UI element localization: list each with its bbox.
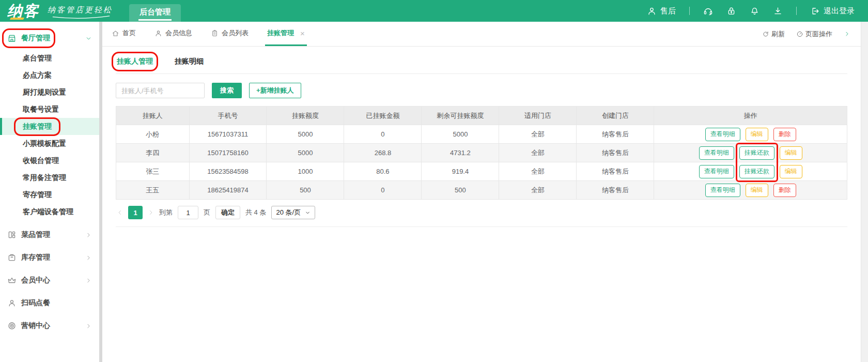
- page-actions-button[interactable]: 页面操作: [796, 29, 832, 39]
- sidebar-item-寄存管理[interactable]: 寄存管理: [0, 186, 99, 203]
- actions-cell: 查看明细挂账还款编辑: [654, 162, 847, 181]
- sidebar-group-扫码点餐[interactable]: 扫码点餐: [0, 292, 99, 314]
- page-scrollbar[interactable]: [861, 22, 868, 362]
- goto-label: 到第: [159, 208, 173, 217]
- bell-icon[interactable]: [750, 6, 760, 16]
- page-panel: 挂账人管理挂账明细 搜索 +新增挂账人 挂账人手机号挂账额度已挂账金额剩余可挂账…: [102, 47, 861, 362]
- sidebar-item-label: 挂账管理: [19, 122, 56, 131]
- column-header: 创建门店: [577, 107, 654, 125]
- brand-tagline: 纳客管店更轻松: [48, 5, 115, 19]
- table-cell: 15623584598: [189, 162, 267, 181]
- sidebar-group-label: 营销中心: [21, 321, 50, 330]
- member-icon: [7, 276, 17, 285]
- top-header: 纳客 纳客管店更轻松 后台管理 售后 退出登录: [0, 0, 868, 22]
- page-size-select[interactable]: 20 条/页: [271, 206, 315, 219]
- sidebar-item-必点方案[interactable]: 必点方案: [0, 67, 99, 84]
- next-page-icon[interactable]: [148, 209, 154, 216]
- action-button-查看明细[interactable]: 查看明细: [699, 146, 734, 160]
- sidebar-group-label: 会员中心: [21, 276, 50, 285]
- sidebar-item-常用备注管理[interactable]: 常用备注管理: [0, 169, 99, 186]
- action-button-挂账还款[interactable]: 挂账还款: [739, 146, 774, 160]
- search-input[interactable]: [116, 83, 205, 98]
- actions-cell: 查看明细编辑删除: [654, 125, 847, 144]
- table-cell: 0: [344, 181, 422, 200]
- pagination: 1 到第 页 确定 共 4 条 20 条/页: [116, 200, 847, 227]
- table-cell: 5000: [267, 125, 344, 144]
- sidebar-group-餐厅管理[interactable]: 餐厅管理: [0, 27, 99, 50]
- download-icon[interactable]: [773, 6, 783, 16]
- expand-right-icon[interactable]: [844, 31, 850, 37]
- sidebar-group-营销中心[interactable]: 营销中心: [0, 314, 99, 337]
- table-row: 小粉15671037311500005000全部纳客售后查看明细编辑删除: [116, 125, 847, 144]
- close-tab-icon[interactable]: ×: [300, 29, 305, 38]
- action-button-删除[interactable]: 删除: [773, 184, 796, 197]
- marketing-icon: [7, 321, 17, 330]
- sidebar-item-label: 寄存管理: [23, 190, 52, 200]
- table-cell: 0: [344, 125, 422, 144]
- chevron-right-icon: [85, 323, 92, 329]
- table-cell: 4731.2: [422, 144, 499, 162]
- gauge-icon: [796, 31, 803, 38]
- home-icon: [112, 29, 119, 37]
- prev-page-icon[interactable]: [117, 209, 123, 216]
- action-button-挂账还款[interactable]: 挂账还款: [739, 165, 774, 178]
- page-unit-label: 页: [204, 208, 210, 217]
- refresh-button[interactable]: 刷新: [762, 29, 785, 39]
- sidebar-item-收银台管理[interactable]: 收银台管理: [0, 152, 99, 169]
- goto-page-input[interactable]: [178, 206, 198, 219]
- tab-首页[interactable]: 首页: [110, 22, 138, 46]
- action-button-编辑[interactable]: 编辑: [746, 184, 768, 197]
- sidebar-group-菜品管理[interactable]: 菜品管理: [0, 223, 99, 246]
- tab-label: 首页: [122, 28, 136, 38]
- table-row: 王五186254198745000500全部纳客售后查看明细编辑删除: [116, 181, 847, 200]
- action-button-查看明细[interactable]: 查看明细: [699, 165, 734, 178]
- chevron-right-icon: [85, 254, 92, 261]
- refresh-label: 刷新: [771, 29, 785, 39]
- action-button-编辑[interactable]: 编辑: [780, 146, 802, 160]
- current-user[interactable]: 售后: [647, 6, 676, 16]
- table-cell: 5000: [267, 144, 344, 162]
- user-icon: [154, 29, 162, 37]
- tab-挂账管理[interactable]: 挂账管理×: [265, 22, 307, 46]
- brand-logo: 纳客 纳客管店更轻松: [0, 0, 115, 22]
- actions-cell: 查看明细编辑删除: [654, 181, 847, 200]
- column-header: 已挂账金额: [344, 107, 422, 125]
- confirm-page-button[interactable]: 确定: [215, 206, 240, 219]
- current-page[interactable]: 1: [128, 206, 143, 219]
- table-header-row: 挂账人手机号挂账额度已挂账金额剩余可挂账额度适用门店创建门店操作: [116, 107, 847, 125]
- action-button-编辑[interactable]: 编辑: [746, 128, 768, 141]
- table-cell: 全部: [499, 181, 577, 200]
- sidebar-item-取餐号设置[interactable]: 取餐号设置: [0, 101, 99, 118]
- tab-backend-admin[interactable]: 后台管理: [129, 4, 181, 22]
- headset-icon[interactable]: [703, 6, 713, 16]
- sidebar-item-label: 客户端设备管理: [23, 207, 73, 217]
- tab-会员列表[interactable]: 会员列表: [209, 22, 251, 46]
- column-header: 挂账额度: [267, 107, 344, 125]
- sidebar-item-挂账管理[interactable]: 挂账管理: [0, 118, 99, 135]
- subtab-挂账明细[interactable]: 挂账明细: [175, 57, 204, 66]
- action-button-查看明细[interactable]: 查看明细: [705, 184, 740, 197]
- table-cell: 小粉: [116, 125, 190, 144]
- chevron-right-icon: [85, 232, 92, 238]
- logout-icon: [810, 6, 820, 16]
- table-cell: 纳客售后: [577, 125, 654, 144]
- lock-icon[interactable]: [726, 6, 736, 16]
- tab-会员信息[interactable]: 会员信息: [152, 22, 194, 46]
- subtab-挂账人管理[interactable]: 挂账人管理: [117, 57, 153, 66]
- table-cell: 268.8: [344, 144, 422, 162]
- sidebar-item-厨打规则设置[interactable]: 厨打规则设置: [0, 84, 99, 101]
- sidebar-group-inner: 营销中心: [7, 321, 50, 330]
- search-button[interactable]: 搜索: [212, 83, 242, 98]
- action-button-删除[interactable]: 删除: [773, 128, 796, 141]
- action-button-查看明细[interactable]: 查看明细: [705, 128, 740, 141]
- sidebar-item-小票模板配置[interactable]: 小票模板配置: [0, 135, 99, 152]
- sidebar-group-会员中心[interactable]: 会员中心: [0, 269, 99, 292]
- action-button-编辑[interactable]: 编辑: [780, 165, 802, 178]
- sidebar-item-桌台管理[interactable]: 桌台管理: [0, 50, 99, 67]
- subtabs: 挂账人管理挂账明细: [116, 47, 847, 74]
- sidebar-group-库存管理[interactable]: 库存管理: [0, 246, 99, 269]
- logout-button[interactable]: 退出登录: [810, 6, 855, 16]
- open-tabs-bar: 首页会员信息会员列表挂账管理×刷新页面操作: [102, 22, 861, 47]
- add-debtor-button[interactable]: +新增挂账人: [249, 83, 301, 98]
- sidebar-item-客户端设备管理[interactable]: 客户端设备管理: [0, 203, 99, 220]
